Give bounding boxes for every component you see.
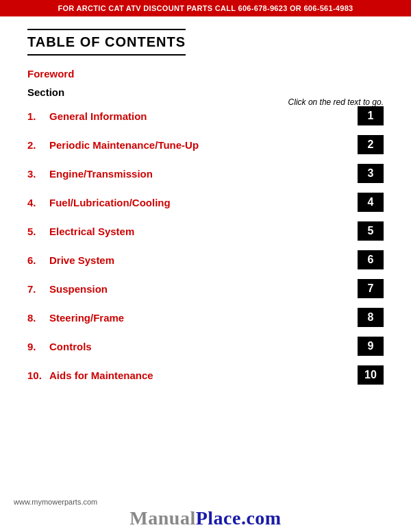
logo-manual: Manual [129,507,195,529]
foreword-link[interactable]: Foreword [27,68,384,80]
footer-website: www.mymowerparts.com [0,498,97,506]
toc-entry-link[interactable]: Electrical System [49,226,351,237]
toc-entry-number: 5. [27,226,49,237]
logo-place: Place.com [196,507,282,529]
top-banner: FOR ARCTIC CAT ATV DISCOUNT PARTS CALL 6… [0,0,411,16]
toc-entry-tab[interactable]: 2 [358,135,384,154]
toc-title-block: TABLE OF CONTENTS [27,29,186,56]
toc-row: 9.Controls9 [27,337,384,356]
toc-row: 3.Engine/Transmission3 [27,164,384,183]
toc-row: 10.Aids for Maintenance10 [27,365,384,385]
toc-entry-number: 9. [27,341,49,352]
toc-row: 1.General Information1 [27,106,384,125]
footer: www.mymowerparts.com ManualPlace.com [0,498,411,532]
toc-row: 8.Steering/Frame8 [27,308,384,327]
toc-row: 6.Drive System6 [27,250,384,269]
toc-entry-link[interactable]: Controls [49,341,351,352]
toc-entry-number: 3. [27,168,49,180]
toc-entry-link[interactable]: Engine/Transmission [49,168,351,180]
banner-text: FOR ARCTIC CAT ATV DISCOUNT PARTS CALL 6… [58,4,353,12]
toc-entry-number: 6. [27,254,49,266]
click-instruction: Click on the red text to go. [288,97,384,107]
toc-entry-link[interactable]: Fuel/Lubrication/Cooling [49,197,351,208]
manualplace-logo: ManualPlace.com [129,507,281,529]
toc-entry-tab[interactable]: 10 [358,365,384,385]
toc-entry-tab[interactable]: 4 [358,193,384,212]
toc-entry-tab[interactable]: 7 [358,279,384,298]
toc-row: 5.Electrical System5 [27,221,384,241]
toc-entry-tab[interactable]: 8 [358,308,384,327]
toc-entry-link[interactable]: Suspension [49,283,351,295]
toc-entry-number: 7. [27,283,49,295]
toc-entry-number: 1. [27,110,49,122]
toc-title: TABLE OF CONTENTS [27,34,186,49]
toc-entry-link[interactable]: Aids for Maintenance [49,370,351,381]
toc-entry-tab[interactable]: 5 [358,221,384,241]
toc-entry-number: 4. [27,197,49,208]
toc-entries: 1.General Information12.Periodic Mainten… [27,106,384,385]
toc-entry-link[interactable]: Drive System [49,254,351,266]
toc-row: 7.Suspension7 [27,279,384,298]
toc-entry-number: 8. [27,312,49,324]
toc-entry-tab[interactable]: 3 [358,164,384,183]
toc-entry-number: 10. [27,370,49,381]
toc-entry-link[interactable]: Periodic Maintenance/Tune-Up [49,139,351,151]
toc-entry-link[interactable]: Steering/Frame [49,312,351,324]
toc-entry-tab[interactable]: 6 [358,250,384,269]
toc-row: 2.Periodic Maintenance/Tune-Up2 [27,135,384,154]
toc-entry-tab[interactable]: 1 [358,106,384,125]
section-label: Section [27,86,384,98]
toc-entry-tab[interactable]: 9 [358,337,384,356]
toc-entry-link[interactable]: General Information [49,110,351,122]
toc-row: 4.Fuel/Lubrication/Cooling4 [27,193,384,212]
toc-entry-number: 2. [27,139,49,151]
